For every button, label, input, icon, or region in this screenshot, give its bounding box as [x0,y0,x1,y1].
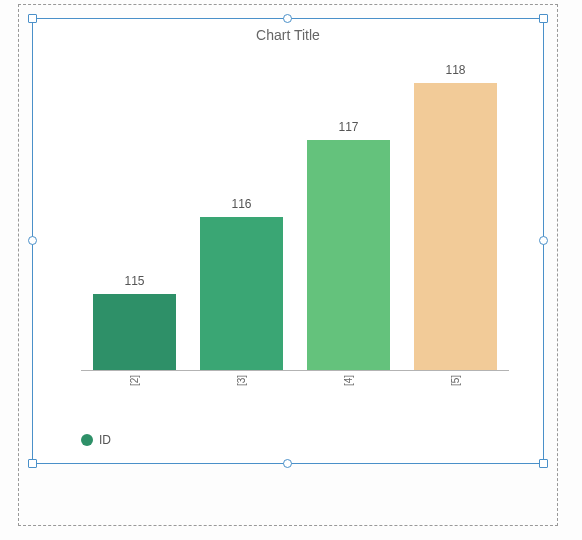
legend-marker-icon [81,434,93,446]
x-axis-line [81,370,509,371]
bar-slot[interactable]: 115 [81,63,188,371]
bar[interactable] [200,217,283,371]
resize-handle-t[interactable] [283,14,292,23]
bar[interactable] [93,294,176,371]
bar-slot[interactable]: 118 [402,63,509,371]
resize-handle-br[interactable] [539,459,548,468]
category-label: [5] [402,375,509,411]
data-label: 116 [231,197,251,211]
resize-handle-b[interactable] [283,459,292,468]
chart-title[interactable]: Chart Title [33,27,543,43]
data-label: 117 [338,120,358,134]
category-label: [2] [81,375,188,411]
data-label: 118 [445,63,465,77]
legend[interactable]: ID [81,433,111,447]
legend-label: ID [99,433,111,447]
chart-object[interactable]: Chart Title 115116117118 [2][3][4][5] ID [32,18,544,464]
resize-handle-tl[interactable] [28,14,37,23]
category-label: [3] [188,375,295,411]
bar-slot[interactable]: 117 [295,63,402,371]
resize-handle-r[interactable] [539,236,548,245]
resize-handle-bl[interactable] [28,459,37,468]
bar[interactable] [307,140,390,371]
resize-handle-tr[interactable] [539,14,548,23]
bar-slot[interactable]: 116 [188,63,295,371]
category-label: [4] [295,375,402,411]
category-axis-labels: [2][3][4][5] [81,375,509,411]
bar[interactable] [414,83,497,371]
data-label: 115 [124,274,144,288]
resize-handle-l[interactable] [28,236,37,245]
plot-area[interactable]: 115116117118 [81,63,509,371]
